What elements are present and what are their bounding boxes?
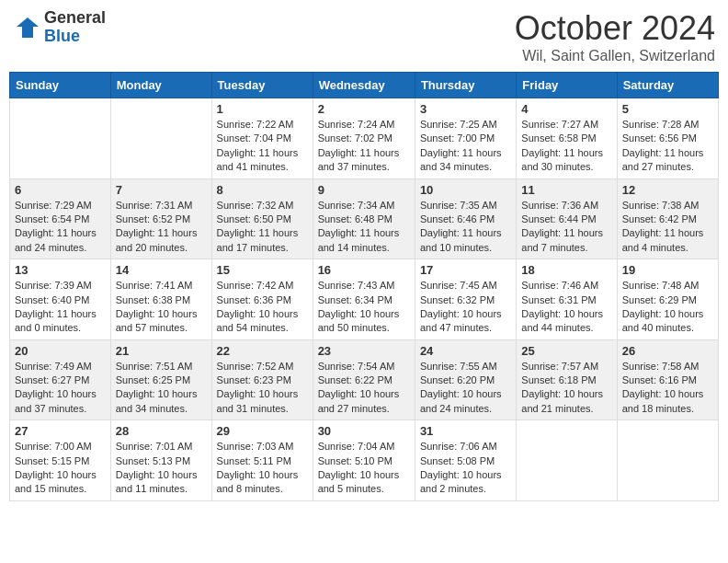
day-info: Sunrise: 7:49 AMSunset: 6:27 PMDaylight:… xyxy=(15,360,106,417)
calendar-cell: 20Sunrise: 7:49 AMSunset: 6:27 PMDayligh… xyxy=(10,339,111,420)
calendar-cell: 30Sunrise: 7:04 AMSunset: 5:10 PMDayligh… xyxy=(313,420,415,501)
weekday-header: Tuesday xyxy=(211,73,313,98)
day-number: 25 xyxy=(521,344,611,358)
day-info: Sunrise: 7:32 AMSunset: 6:50 PMDaylight:… xyxy=(217,199,308,256)
day-info: Sunrise: 7:31 AMSunset: 6:52 PMDaylight:… xyxy=(116,199,207,256)
day-number: 7 xyxy=(116,183,207,197)
calendar-cell: 13Sunrise: 7:39 AMSunset: 6:40 PMDayligh… xyxy=(10,259,111,340)
calendar-cell: 10Sunrise: 7:35 AMSunset: 6:46 PMDayligh… xyxy=(415,178,516,259)
calendar-cell: 3Sunrise: 7:25 AMSunset: 7:00 PMDaylight… xyxy=(415,98,516,179)
day-number: 4 xyxy=(521,102,611,116)
calendar-cell: 11Sunrise: 7:36 AMSunset: 6:44 PMDayligh… xyxy=(517,178,617,259)
weekday-header: Sunday xyxy=(10,73,111,98)
day-info: Sunrise: 7:41 AMSunset: 6:38 PMDaylight:… xyxy=(116,279,207,336)
logo-general: General xyxy=(44,9,106,28)
calendar-week-row: 27Sunrise: 7:00 AMSunset: 5:15 PMDayligh… xyxy=(10,420,719,501)
logo-icon xyxy=(13,14,40,41)
month-title: October 2024 xyxy=(515,9,715,48)
day-number: 10 xyxy=(420,183,511,197)
calendar-cell xyxy=(10,98,111,179)
calendar-cell: 22Sunrise: 7:52 AMSunset: 6:23 PMDayligh… xyxy=(211,339,313,420)
day-info: Sunrise: 7:52 AMSunset: 6:23 PMDaylight:… xyxy=(217,360,308,417)
calendar-cell xyxy=(517,420,617,501)
calendar-cell: 16Sunrise: 7:43 AMSunset: 6:34 PMDayligh… xyxy=(313,259,415,340)
day-number: 17 xyxy=(420,263,511,277)
day-info: Sunrise: 7:28 AMSunset: 6:56 PMDaylight:… xyxy=(622,118,713,175)
day-number: 19 xyxy=(622,263,713,277)
calendar-cell: 31Sunrise: 7:06 AMSunset: 5:08 PMDayligh… xyxy=(415,420,516,501)
weekday-header: Wednesday xyxy=(313,73,415,98)
calendar-cell: 17Sunrise: 7:45 AMSunset: 6:32 PMDayligh… xyxy=(415,259,516,340)
calendar-cell: 29Sunrise: 7:03 AMSunset: 5:11 PMDayligh… xyxy=(211,420,313,501)
calendar-cell: 28Sunrise: 7:01 AMSunset: 5:13 PMDayligh… xyxy=(110,420,211,501)
day-info: Sunrise: 7:03 AMSunset: 5:11 PMDaylight:… xyxy=(217,440,308,497)
day-info: Sunrise: 7:06 AMSunset: 5:08 PMDaylight:… xyxy=(420,440,511,497)
calendar-cell: 14Sunrise: 7:41 AMSunset: 6:38 PMDayligh… xyxy=(110,259,211,340)
day-number: 13 xyxy=(15,263,106,277)
calendar-cell: 6Sunrise: 7:29 AMSunset: 6:54 PMDaylight… xyxy=(10,178,111,259)
day-info: Sunrise: 7:01 AMSunset: 5:13 PMDaylight:… xyxy=(116,440,207,497)
day-info: Sunrise: 7:35 AMSunset: 6:46 PMDaylight:… xyxy=(420,199,511,256)
day-number: 8 xyxy=(217,183,308,197)
day-info: Sunrise: 7:39 AMSunset: 6:40 PMDaylight:… xyxy=(15,279,106,336)
weekday-header-row: SundayMondayTuesdayWednesdayThursdayFrid… xyxy=(10,73,719,98)
weekday-header: Thursday xyxy=(415,73,516,98)
day-number: 2 xyxy=(318,102,410,116)
calendar-cell: 24Sunrise: 7:55 AMSunset: 6:20 PMDayligh… xyxy=(415,339,516,420)
calendar-cell: 8Sunrise: 7:32 AMSunset: 6:50 PMDaylight… xyxy=(211,178,313,259)
day-number: 18 xyxy=(521,263,611,277)
day-info: Sunrise: 7:24 AMSunset: 7:02 PMDaylight:… xyxy=(318,118,410,175)
day-info: Sunrise: 7:34 AMSunset: 6:48 PMDaylight:… xyxy=(318,199,410,256)
day-number: 5 xyxy=(622,102,713,116)
day-info: Sunrise: 7:38 AMSunset: 6:42 PMDaylight:… xyxy=(622,199,713,256)
day-number: 6 xyxy=(15,183,106,197)
logo-blue: Blue xyxy=(44,28,106,46)
weekday-header: Saturday xyxy=(617,73,718,98)
day-number: 26 xyxy=(622,344,713,358)
day-number: 31 xyxy=(420,424,511,438)
calendar-cell: 27Sunrise: 7:00 AMSunset: 5:15 PMDayligh… xyxy=(10,420,111,501)
calendar-cell: 1Sunrise: 7:22 AMSunset: 7:04 PMDaylight… xyxy=(211,98,313,179)
day-info: Sunrise: 7:29 AMSunset: 6:54 PMDaylight:… xyxy=(15,199,106,256)
day-number: 20 xyxy=(15,344,106,358)
logo-text: General Blue xyxy=(44,9,106,46)
calendar-cell: 5Sunrise: 7:28 AMSunset: 6:56 PMDaylight… xyxy=(617,98,718,179)
day-info: Sunrise: 7:27 AMSunset: 6:58 PMDaylight:… xyxy=(521,118,611,175)
calendar-table: SundayMondayTuesdayWednesdayThursdayFrid… xyxy=(9,72,719,501)
day-info: Sunrise: 7:22 AMSunset: 7:04 PMDaylight:… xyxy=(217,118,308,175)
calendar-cell: 7Sunrise: 7:31 AMSunset: 6:52 PMDaylight… xyxy=(110,178,211,259)
calendar-week-row: 1Sunrise: 7:22 AMSunset: 7:04 PMDaylight… xyxy=(10,98,719,179)
weekday-header: Friday xyxy=(517,73,617,98)
calendar-cell: 19Sunrise: 7:48 AMSunset: 6:29 PMDayligh… xyxy=(617,259,718,340)
day-info: Sunrise: 7:04 AMSunset: 5:10 PMDaylight:… xyxy=(318,440,410,497)
day-info: Sunrise: 7:43 AMSunset: 6:34 PMDaylight:… xyxy=(318,279,410,336)
calendar-cell: 26Sunrise: 7:58 AMSunset: 6:16 PMDayligh… xyxy=(617,339,718,420)
day-info: Sunrise: 7:55 AMSunset: 6:20 PMDaylight:… xyxy=(420,360,511,417)
logo: General Blue xyxy=(13,9,106,46)
calendar-cell xyxy=(617,420,718,501)
calendar-week-row: 20Sunrise: 7:49 AMSunset: 6:27 PMDayligh… xyxy=(10,339,719,420)
calendar-cell: 4Sunrise: 7:27 AMSunset: 6:58 PMDaylight… xyxy=(517,98,617,179)
day-info: Sunrise: 7:54 AMSunset: 6:22 PMDaylight:… xyxy=(318,360,410,417)
calendar-week-row: 13Sunrise: 7:39 AMSunset: 6:40 PMDayligh… xyxy=(10,259,719,340)
day-info: Sunrise: 7:58 AMSunset: 6:16 PMDaylight:… xyxy=(622,360,713,417)
day-info: Sunrise: 7:48 AMSunset: 6:29 PMDaylight:… xyxy=(622,279,713,336)
day-number: 21 xyxy=(116,344,207,358)
day-info: Sunrise: 7:00 AMSunset: 5:15 PMDaylight:… xyxy=(15,440,106,497)
title-block: October 2024 Wil, Saint Gallen, Switzerl… xyxy=(515,9,715,64)
day-number: 30 xyxy=(318,424,410,438)
weekday-header: Monday xyxy=(110,73,211,98)
day-info: Sunrise: 7:45 AMSunset: 6:32 PMDaylight:… xyxy=(420,279,511,336)
day-number: 14 xyxy=(116,263,207,277)
calendar-week-row: 6Sunrise: 7:29 AMSunset: 6:54 PMDaylight… xyxy=(10,178,719,259)
day-info: Sunrise: 7:46 AMSunset: 6:31 PMDaylight:… xyxy=(521,279,611,336)
day-number: 15 xyxy=(217,263,308,277)
calendar-cell: 15Sunrise: 7:42 AMSunset: 6:36 PMDayligh… xyxy=(211,259,313,340)
location: Wil, Saint Gallen, Switzerland xyxy=(515,48,715,64)
day-number: 23 xyxy=(318,344,410,358)
day-number: 1 xyxy=(217,102,308,116)
calendar-cell: 9Sunrise: 7:34 AMSunset: 6:48 PMDaylight… xyxy=(313,178,415,259)
day-number: 27 xyxy=(15,424,106,438)
day-info: Sunrise: 7:57 AMSunset: 6:18 PMDaylight:… xyxy=(521,360,611,417)
calendar-cell: 21Sunrise: 7:51 AMSunset: 6:25 PMDayligh… xyxy=(110,339,211,420)
